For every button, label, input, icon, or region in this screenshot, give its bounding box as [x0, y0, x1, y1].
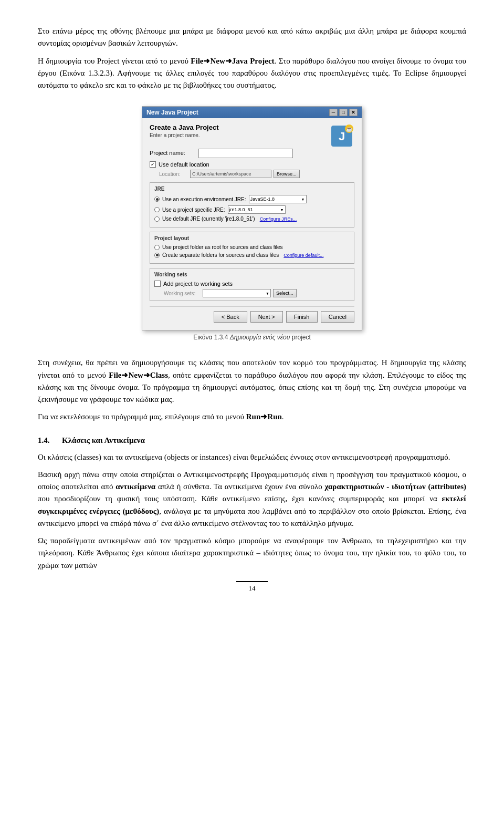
paragraph-4: Για να εκτελέσουμε το πρόγραμμά μας, επι…: [38, 411, 466, 423]
dialog-header-area: Create a Java Project Enter a project na…: [150, 123, 354, 149]
paragraph-2: Η δημιουργία του Project γίνεται από το …: [38, 55, 466, 92]
section-1-4-heading: 1.4. Κλάσεις και Αντικείμενα: [38, 436, 466, 445]
jre-option3-label: Use default JRE (currently 'jre1.8.0_51'…: [162, 216, 255, 222]
jre-option3-row: Use default JRE (currently 'jre1.8.0_51'…: [154, 216, 350, 222]
next-button[interactable]: Next >: [250, 311, 283, 323]
project-name-group: Project name:: [150, 149, 354, 158]
working-sets-checkbox-row: Add project to working sets: [154, 281, 350, 287]
page: Στο επάνω μέρος της οθόνης βλέπουμε μια …: [0, 0, 504, 608]
titlebar-buttons: ─ □ ✕: [329, 109, 358, 116]
dialog-screenshot: New Java Project ─ □ ✕ Create a Java Pro…: [38, 106, 466, 350]
caption-text: Εικόνα 1.3.4: [193, 334, 230, 341]
p2-pre: Η δημιουργία του Project γίνεται από το …: [38, 57, 191, 65]
p4-menu: Run➜Run: [246, 412, 282, 421]
dialog-title: New Java Project: [146, 109, 198, 116]
p6-bold1: αντικείμενα: [116, 482, 155, 491]
working-sets-checkbox-label: Add project to working sets: [163, 281, 233, 287]
working-sets-section: Working sets Add project to working sets…: [150, 268, 354, 301]
java-project-icon: J ☕: [329, 123, 354, 149]
dialog-body: Create a Java Project Enter a project na…: [142, 118, 362, 330]
dropdown-arrow-1: ▼: [301, 198, 305, 201]
project-name-label: Project name:: [150, 150, 197, 156]
p6-mid2: που προσδιορίζουν τη φυσική τους υπόστασ…: [38, 494, 442, 503]
jre-section-label: JRE: [154, 186, 350, 192]
page-number: 14: [249, 584, 256, 593]
project-layout-section: Project layout Use project folder as roo…: [150, 232, 354, 264]
new-java-project-dialog: New Java Project ─ □ ✕ Create a Java Pro…: [142, 106, 362, 330]
browse-button[interactable]: Browse...: [274, 170, 300, 178]
cancel-button[interactable]: Cancel: [321, 311, 354, 323]
p4-post: .: [282, 412, 284, 421]
p3-menu: File➜New➜Class: [109, 371, 168, 379]
jre-section: JRE Use an execution environment JRE: Ja…: [150, 182, 354, 227]
create-java-project-sub: Enter a project name.: [150, 132, 219, 138]
section-number: 1.4.: [38, 436, 54, 445]
jre-option2-row: Use a project specific JRE: jre1.8.0_51 …: [154, 205, 350, 214]
paragraph-5: Οι κλάσεις (classes) και τα αντικείμενα …: [38, 451, 466, 463]
minimize-button[interactable]: ─: [329, 109, 338, 116]
layout-option1-label: Use project folder as root for sources a…: [162, 244, 283, 250]
p6-mid1: απλά ή σύνθετα. Τα αντικείμενα έχουν ένα…: [155, 482, 324, 491]
working-sets-checkbox[interactable]: [154, 281, 161, 287]
jre-option1-dropdown[interactable]: JavaSE-1.8 ▼: [249, 195, 307, 203]
dropdown-arrow-2: ▼: [280, 208, 284, 212]
footer-line: [236, 581, 268, 582]
p6-bold2: χαρακτηριστικών - ιδιοτήτων (attributes): [324, 482, 466, 491]
maximize-button[interactable]: □: [339, 109, 348, 116]
use-default-label: Use default location: [159, 161, 209, 168]
finish-button[interactable]: Finish: [286, 311, 318, 323]
dialog-titlebar: New Java Project ─ □ ✕: [142, 107, 362, 118]
project-layout-label: Project layout: [154, 235, 350, 241]
back-button[interactable]: < Back: [214, 311, 247, 323]
dialog-header-text: Create a Java Project Enter a project na…: [150, 123, 219, 143]
caption-italic: Δημιουργία ενός νέου: [230, 334, 290, 341]
project-name-input[interactable]: [198, 149, 293, 158]
working-sets-label: Working sets: [154, 272, 350, 277]
dialog-footer: < Back Next > Finish Cancel: [150, 306, 354, 323]
svg-text:☕: ☕: [346, 126, 353, 132]
paragraph-3: Στη συνέχεια, θα πρέπει να δημιουργήσουμ…: [38, 357, 466, 406]
caption-post: project: [290, 334, 310, 341]
working-sets-dropdown[interactable]: ▼: [203, 289, 271, 297]
p2-menu: File➜New➜Java Project: [191, 57, 274, 65]
layout-option2-label: Create separate folders for sources and …: [162, 252, 279, 258]
jre-option1-row: Use an execution environment JRE: JavaSE…: [154, 195, 350, 203]
location-label: Location:: [159, 171, 188, 177]
location-row: Location: C:\Users\artemis\workspace Bro…: [150, 170, 354, 178]
jre-radio-2[interactable]: [154, 207, 160, 212]
section-title: Κλάσεις και Αντικείμενα: [62, 436, 145, 445]
working-sets-input-label: Working sets:: [164, 291, 201, 296]
layout-option2-row: Create separate folders for sources and …: [154, 252, 350, 258]
location-input[interactable]: C:\Users\artemis\workspace: [190, 170, 271, 178]
select-button[interactable]: Select...: [273, 289, 297, 297]
page-footer: 14: [0, 581, 504, 593]
create-java-project-title: Create a Java Project: [150, 123, 219, 131]
jre-option2-label: Use a project specific JRE:: [162, 207, 225, 213]
layout-option1-row: Use project folder as root for sources a…: [154, 244, 350, 250]
jre-option1-label: Use an execution environment JRE:: [162, 196, 246, 202]
jre-radio-3[interactable]: [154, 216, 160, 222]
jre-radio-1[interactable]: [154, 196, 160, 202]
configure-default-link[interactable]: Configure default...: [284, 253, 323, 258]
layout-radio-2[interactable]: [154, 253, 160, 258]
dropdown-arrow-3: ▼: [266, 292, 269, 295]
working-sets-row: Working sets: ▼ Select...: [154, 289, 350, 297]
use-default-checkbox[interactable]: ✓: [150, 161, 156, 168]
layout-radio-1[interactable]: [154, 245, 160, 250]
figure-caption: Εικόνα 1.3.4 Δημιουργία ενός νέου projec…: [193, 334, 310, 341]
svg-text:J: J: [339, 130, 345, 143]
paragraph-1: Στο επάνω μέρος της οθόνης βλέπουμε μια …: [38, 25, 466, 50]
p4-pre: Για να εκτελέσουμε το πρόγραμμά μας, επι…: [38, 412, 246, 421]
jre-option2-dropdown[interactable]: jre1.8.0_51 ▼: [228, 205, 286, 214]
paragraph-7: Ως παραδείγματα αντικειμένων από τον πρα…: [38, 535, 466, 572]
close-button[interactable]: ✕: [349, 109, 358, 116]
use-default-location-row: ✓ Use default location: [150, 161, 354, 168]
configure-jres-link[interactable]: Configure JREs...: [260, 216, 297, 222]
paragraph-6: Βασική αρχή πάνω στην οποία στηρίζεται ο…: [38, 469, 466, 530]
